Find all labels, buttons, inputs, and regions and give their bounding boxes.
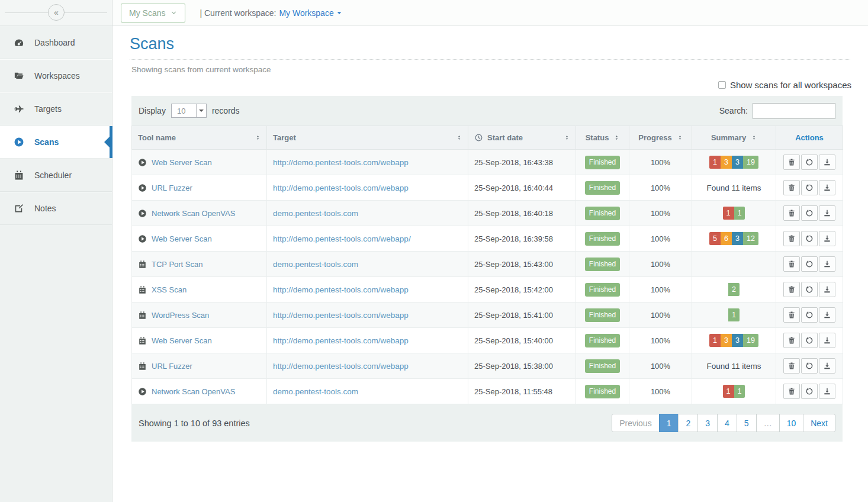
delete-button[interactable]	[783, 231, 800, 246]
target-link[interactable]: demo.pentest-tools.com	[273, 387, 358, 396]
start-date: 25-Sep-2018, 11:55:48	[468, 379, 576, 404]
tool-name-link[interactable]: WordPress Scan	[152, 311, 209, 320]
restart-button[interactable]	[801, 358, 818, 374]
restart-button[interactable]	[801, 333, 818, 348]
restart-button[interactable]	[801, 307, 818, 323]
download-button[interactable]	[819, 333, 835, 348]
progress-value: 100%	[629, 303, 692, 328]
sidebar-item-dashboard[interactable]: Dashboard	[0, 26, 112, 59]
download-icon	[823, 234, 831, 243]
delete-button[interactable]	[783, 358, 800, 374]
tool-name-link[interactable]: Web Server Scan	[152, 336, 212, 345]
target-link[interactable]: demo.pentest-tools.com	[273, 260, 358, 269]
target-link[interactable]: http://demo.pentest-tools.com/webapp	[273, 362, 409, 371]
download-button[interactable]	[819, 256, 835, 272]
restart-button[interactable]	[801, 282, 818, 297]
delete-button[interactable]	[783, 205, 800, 221]
all-workspaces-label: Show scans for all workspaces	[730, 80, 851, 90]
tool-name-link[interactable]: URL Fuzzer	[152, 184, 192, 192]
target-link[interactable]: demo.pentest-tools.com	[273, 209, 358, 218]
summary-badges: 13319	[709, 156, 758, 169]
tool-name-link[interactable]: Web Server Scan	[152, 234, 212, 243]
restart-button[interactable]	[801, 205, 818, 221]
search-input[interactable]	[753, 103, 835, 119]
status-badge: Finished	[585, 359, 620, 373]
my-scans-menu-button[interactable]: My Scans	[121, 4, 185, 22]
workspace-link[interactable]: My Workspace	[279, 8, 342, 18]
summary-badges: 56312	[709, 232, 758, 245]
restart-button[interactable]	[801, 155, 818, 170]
sidebar-item-workspaces[interactable]: Workspaces	[0, 59, 112, 92]
delete-button[interactable]	[783, 155, 800, 170]
delete-button[interactable]	[783, 333, 800, 348]
sidebar-item-notes[interactable]: Notes	[0, 192, 112, 225]
target-link[interactable]: http://demo.pentest-tools.com/webapp	[273, 285, 409, 294]
table-row: Web Server Scan http://demo.pentest-tool…	[132, 150, 843, 175]
delete-button[interactable]	[783, 256, 800, 272]
scans-table-container: Display 10 records Search: Tool nameTarg…	[131, 96, 843, 442]
target-link[interactable]: http://demo.pentest-tools.com/webapp	[273, 184, 409, 192]
status-badge: Finished	[585, 258, 620, 271]
restart-button[interactable]	[801, 384, 818, 399]
page-button-4[interactable]: 4	[717, 414, 737, 432]
previous-button[interactable]: Previous	[612, 414, 659, 432]
tool-name-link[interactable]: TCP Port Scan	[152, 260, 202, 269]
trash-icon	[787, 209, 796, 217]
tool-name-link[interactable]: XSS Scan	[152, 285, 187, 294]
download-button[interactable]	[819, 231, 835, 246]
sort-icon	[456, 134, 462, 141]
tool-name-link[interactable]: URL Fuzzer	[152, 362, 192, 371]
column-header-tool-name[interactable]: Tool name	[132, 126, 267, 150]
delete-button[interactable]	[783, 307, 800, 323]
sidebar-item-label: Workspaces	[34, 71, 80, 81]
delete-button[interactable]	[783, 282, 800, 297]
play-circle-icon	[14, 137, 24, 147]
tool-name-link[interactable]: Web Server Scan	[152, 158, 212, 167]
download-button[interactable]	[819, 205, 835, 221]
sidebar-item-scheduler[interactable]: Scheduler	[0, 159, 112, 192]
start-date: 25-Sep-2018, 15:38:00	[468, 353, 576, 379]
restart-button[interactable]	[801, 256, 818, 272]
download-button[interactable]	[819, 307, 835, 323]
table-row: Web Server Scan http://demo.pentest-tool…	[132, 226, 843, 252]
restart-icon	[805, 285, 814, 294]
download-button[interactable]	[819, 384, 835, 399]
all-workspaces-checkbox[interactable]	[718, 81, 726, 89]
download-button[interactable]	[819, 358, 835, 374]
tool-name-link[interactable]: Network Scan OpenVAS	[152, 209, 235, 218]
column-header-progress[interactable]: Progress	[629, 126, 692, 150]
page-button-3[interactable]: 3	[697, 414, 718, 432]
download-icon	[823, 336, 831, 345]
page-subtitle: Showing scans from current workspace	[112, 60, 868, 74]
download-button[interactable]	[819, 282, 835, 297]
sidebar-item-targets[interactable]: Targets	[0, 92, 112, 125]
page-button-1[interactable]: 1	[659, 414, 679, 432]
restart-button[interactable]	[801, 231, 818, 246]
page-button-5[interactable]: 5	[737, 414, 757, 432]
download-button[interactable]	[819, 180, 835, 195]
column-header-summary[interactable]: Summary	[692, 126, 776, 150]
delete-button[interactable]	[783, 384, 800, 399]
page-button-10[interactable]: 10	[779, 414, 804, 432]
delete-button[interactable]	[783, 180, 800, 195]
entries-info: Showing 1 to 10 of 93 entries	[139, 419, 250, 428]
trash-icon	[787, 336, 796, 345]
sidebar-collapse-button[interactable]: «	[48, 4, 65, 21]
download-button[interactable]	[819, 155, 835, 170]
page-button-2[interactable]: 2	[678, 414, 698, 432]
target-link[interactable]: http://demo.pentest-tools.com/webapp/	[273, 234, 411, 243]
page-size-select[interactable]: 10	[171, 104, 207, 118]
target-link[interactable]: http://demo.pentest-tools.com/webapp	[273, 158, 409, 167]
next-button[interactable]: Next	[803, 414, 835, 432]
sidebar-item-scans[interactable]: Scans	[0, 125, 112, 159]
restart-button[interactable]	[801, 180, 818, 195]
target-link[interactable]: http://demo.pentest-tools.com/webapp	[273, 336, 409, 345]
tool-name-link[interactable]: Network Scan OpenVAS	[152, 387, 235, 396]
target-link[interactable]: http://demo.pentest-tools.com/webapp	[273, 311, 409, 320]
column-header-target[interactable]: Target	[267, 126, 468, 150]
summary-cell: 1	[692, 303, 776, 328]
progress-value: 100%	[629, 175, 692, 201]
column-header-start-date[interactable]: Start date	[468, 126, 576, 150]
column-header-status[interactable]: Status	[576, 126, 629, 150]
restart-icon	[805, 234, 814, 243]
